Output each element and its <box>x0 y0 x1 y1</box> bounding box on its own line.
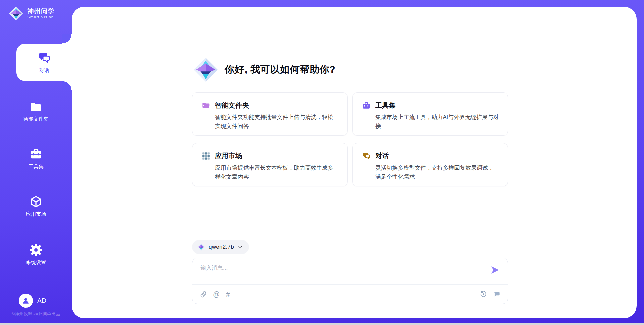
cube-icon <box>29 195 43 208</box>
at-icon: @ <box>213 291 220 298</box>
history-button[interactable] <box>480 290 487 298</box>
send-button[interactable] <box>490 265 500 276</box>
sidebar-item-tools[interactable]: 工具集 <box>0 147 72 171</box>
model-name: qwen2:7b <box>209 244 234 250</box>
card-chat[interactable]: 对话 灵活切换多模型文件，支持多样回复效果调试，满足个性化需求 <box>352 143 508 186</box>
history-icon <box>480 290 487 298</box>
mention-button[interactable]: @ <box>213 291 220 298</box>
copyright-text: ©神州数码·神州问学出品 <box>0 311 72 317</box>
sidebar-item-label: 工具集 <box>29 164 44 170</box>
card-title: 对话 <box>375 151 389 160</box>
message-input[interactable] <box>192 258 508 284</box>
card-description: 集成市场上主流工具，助力AI与外界无缝扩展与对接 <box>375 113 499 131</box>
sidebar-item-folders[interactable]: 智能文件夹 <box>0 100 72 123</box>
gear-icon <box>29 243 43 257</box>
person-icon <box>21 296 30 305</box>
greeting: 你好, 我可以如何帮助你? <box>192 56 335 83</box>
diamond-logo-icon <box>8 5 24 21</box>
brand-logo: 神州问学 Smart Vision <box>8 5 55 21</box>
diamond-logo-icon <box>192 56 219 83</box>
topic-button[interactable]: # <box>226 291 230 298</box>
card-smart-folders[interactable]: 智能文件夹 智能文件夹功能支持批量文件上传与清洗，轻松实现文件问答 <box>192 92 348 136</box>
card-description: 灵活切换多模型文件，支持多样回复效果调试，满足个性化需求 <box>375 164 499 181</box>
sidebar-item-label: 应用市场 <box>26 211 46 217</box>
feature-cards: 智能文件夹 智能文件夹功能支持批量文件上传与清洗，轻松实现文件问答 工具集 集成… <box>192 92 508 186</box>
attach-button[interactable] <box>200 291 207 298</box>
grid-icon <box>202 152 210 160</box>
user-name: AD <box>37 297 46 304</box>
sidebar: 神州问学 Smart Vision 对话 智能文件夹 工具集 <box>0 0 72 325</box>
model-selector[interactable]: qwen2:7b <box>192 240 249 254</box>
hash-icon: # <box>226 291 230 298</box>
avatar <box>19 294 33 308</box>
user-profile[interactable]: AD <box>19 294 46 308</box>
sidebar-item-label: 对话 <box>39 67 49 74</box>
message-composer: @ # <box>192 258 508 304</box>
folder-icon <box>29 100 43 113</box>
brand-name: 神州问学 <box>27 8 55 15</box>
horizontal-scrollbar[interactable] <box>0 323 644 325</box>
chevron-down-icon <box>237 244 243 250</box>
sidebar-item-label: 系统设置 <box>26 259 46 266</box>
chat-bubbles-icon <box>38 51 51 65</box>
briefcase-icon <box>362 101 371 110</box>
paperclip-icon <box>200 291 207 298</box>
tab-curve-bottom <box>62 81 72 90</box>
tab-curve-top <box>62 34 72 44</box>
sidebar-item-settings[interactable]: 系统设置 <box>0 243 72 267</box>
chat-bubble-icon <box>493 291 500 298</box>
greeting-text: 你好, 我可以如何帮助你? <box>225 63 335 76</box>
sidebar-item-chat[interactable]: 对话 <box>16 44 72 81</box>
card-title: 工具集 <box>375 101 396 110</box>
sidebar-item-label: 智能文件夹 <box>23 116 49 122</box>
send-icon <box>490 265 500 275</box>
diamond-logo-icon <box>197 243 205 251</box>
briefcase-icon <box>29 147 43 161</box>
conversation-button[interactable] <box>493 291 500 298</box>
card-title: 智能文件夹 <box>215 101 249 110</box>
main-panel: 你好, 我可以如何帮助你? 智能文件夹 智能文件夹功能支持批量文件上传与清洗，轻… <box>72 7 637 318</box>
brand-subtitle: Smart Vision <box>27 15 55 19</box>
chat-bubbles-icon <box>362 152 371 160</box>
card-description: 智能文件夹功能支持批量文件上传与清洗，轻松实现文件问答 <box>215 113 339 131</box>
card-app-market[interactable]: 应用市场 应用市场提供丰富长文本模板，助力高效生成多样化文章内容 <box>192 143 348 186</box>
card-toolset[interactable]: 工具集 集成市场上主流工具，助力AI与外界无缝扩展与对接 <box>352 92 508 136</box>
sidebar-item-market[interactable]: 应用市场 <box>0 195 72 218</box>
card-description: 应用市场提供丰富长文本模板，助力高效生成多样化文章内容 <box>215 164 339 181</box>
card-title: 应用市场 <box>215 151 242 160</box>
folder-open-icon <box>202 101 210 110</box>
